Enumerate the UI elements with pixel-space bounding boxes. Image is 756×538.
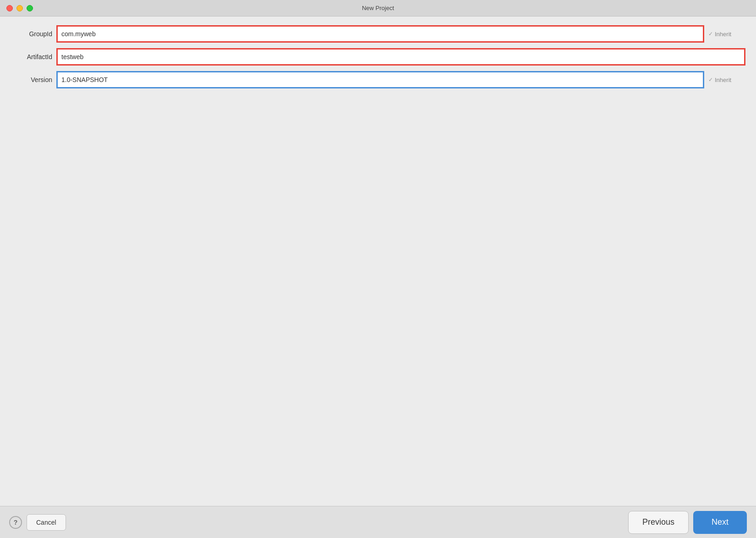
groupid-inherit-check: ✓	[708, 31, 713, 37]
version-label: Version	[11, 76, 57, 83]
version-row: Version ✓ Inherit	[11, 71, 745, 88]
groupid-row: GroupId ✓ Inherit	[11, 26, 745, 42]
artifactid-label: ArtifactId	[11, 53, 57, 60]
version-input-wrapper	[57, 71, 704, 88]
window: New Project GroupId ✓ Inherit ArtifactId…	[0, 0, 756, 538]
cancel-button[interactable]: Cancel	[27, 514, 66, 531]
bottom-right-buttons: Previous Next	[628, 511, 747, 534]
close-button[interactable]	[6, 5, 13, 11]
maximize-button[interactable]	[27, 5, 33, 11]
title-bar: New Project	[0, 0, 756, 16]
artifactid-input-wrapper	[57, 49, 745, 65]
previous-button[interactable]: Previous	[628, 511, 689, 534]
next-button[interactable]: Next	[693, 511, 747, 534]
traffic-lights	[6, 5, 33, 11]
artifactid-input[interactable]	[57, 49, 745, 65]
version-inherit: ✓ Inherit	[708, 77, 745, 83]
main-content: GroupId ✓ Inherit ArtifactId Version ✓	[0, 16, 756, 506]
groupid-inherit-label: Inherit	[715, 31, 731, 38]
groupid-label: GroupId	[11, 30, 57, 38]
version-inherit-check: ✓	[708, 77, 713, 83]
minimize-button[interactable]	[16, 5, 23, 11]
version-input[interactable]	[57, 71, 704, 88]
version-inherit-label: Inherit	[715, 77, 731, 83]
bottom-bar: ? Cancel Previous Next	[0, 506, 756, 538]
groupid-inherit: ✓ Inherit	[708, 31, 745, 38]
groupid-input-wrapper	[57, 26, 704, 42]
help-button[interactable]: ?	[9, 516, 22, 529]
content-spacer	[11, 94, 745, 497]
artifactid-row: ArtifactId	[11, 49, 745, 65]
window-title: New Project	[362, 5, 394, 11]
groupid-input[interactable]	[57, 26, 704, 42]
